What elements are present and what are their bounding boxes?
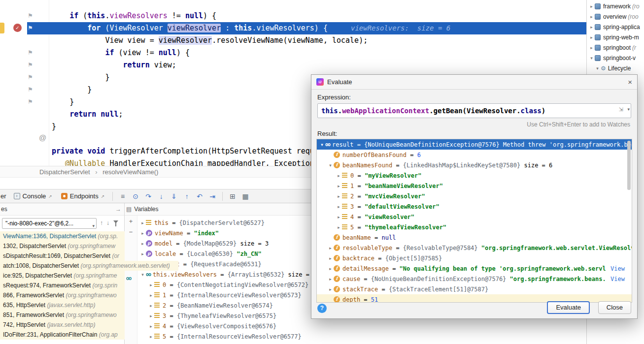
step-out-icon[interactable]: ↑ xyxy=(180,192,193,200)
tab-debugger-cut[interactable]: er xyxy=(0,192,6,200)
expand-chevron-icon[interactable]: ▸ xyxy=(148,313,154,318)
execution-bookmark-icon[interactable]: ⚑ xyxy=(28,24,33,32)
tab-endpoints[interactable]: Endpoints ↗ xyxy=(57,189,109,203)
stack-frame[interactable]: 635, HttpServlet (javax.servlet.http) xyxy=(0,300,125,310)
expand-chevron-icon[interactable]: ▸ xyxy=(327,277,334,281)
execution-line[interactable]: for (ViewResolver viewResolver : this.vi… xyxy=(27,22,586,34)
chevron-down-icon[interactable]: ▾ xyxy=(627,107,630,112)
code-line[interactable]: if (view != null) { xyxy=(0,47,586,59)
expand-chevron-icon[interactable]: ▾ xyxy=(327,163,334,168)
bookmark-flag-icon[interactable]: ⚑ xyxy=(28,86,33,94)
dialog-titlebar[interactable]: IJ Evaluate × xyxy=(311,75,637,90)
evaluate-button[interactable]: Evaluate xyxy=(547,301,590,314)
stack-frame[interactable]: sRequest:974, FrameworkServlet (org.spri… xyxy=(0,281,125,290)
expand-chevron-icon[interactable]: ▸ xyxy=(336,194,342,199)
maven-item[interactable]: ▾⚙Lifecycle xyxy=(587,63,644,73)
stack-frame[interactable]: ice:925, DispatcherServlet (org.springfr… xyxy=(0,271,125,281)
expand-chevron-icon[interactable]: ▸ xyxy=(148,324,154,329)
tab-console[interactable]: › Console ↗ xyxy=(9,189,57,203)
expand-chevron-icon[interactable]: ▸ xyxy=(336,215,342,219)
result-tree-row[interactable]: ▸fstackTrace = {StackTraceElement[51]@75… xyxy=(317,284,632,294)
show-execution-point-icon[interactable]: ⊙ xyxy=(129,192,142,200)
drop-frame-icon[interactable]: ↶ xyxy=(193,192,206,200)
expand-chevron-icon[interactable]: ▾ xyxy=(594,66,601,71)
add-watch-button[interactable]: + xyxy=(125,218,137,225)
result-tree-row[interactable]: ▸2 = "mvcViewResolver" xyxy=(317,191,632,201)
bookmark-flag-icon[interactable]: ⚑ xyxy=(28,98,33,106)
expand-chevron-icon[interactable]: ▸ xyxy=(148,282,154,287)
maven-item[interactable]: ▸springboot(r xyxy=(587,42,644,53)
expand-chevron-icon[interactable]: ▸ xyxy=(327,246,334,250)
bookmark-flag-icon[interactable]: ⚑ xyxy=(28,12,33,20)
maven-item[interactable]: ▸overview(roo xyxy=(587,11,644,22)
expand-chevron-icon[interactable]: ▸ xyxy=(148,303,154,308)
step-into-icon[interactable]: ↓ xyxy=(155,192,168,200)
stack-frame[interactable]: atch:1008, DispatcherServlet (org.spring… xyxy=(0,261,178,271)
expand-chevron-icon[interactable]: ▸ xyxy=(336,204,342,209)
expand-chevron-icon[interactable]: ▸ xyxy=(336,225,342,230)
variable-row[interactable]: ▸4 = {ViewResolverComposite@6576} xyxy=(137,321,586,331)
expand-chevron-icon[interactable]: ▸ xyxy=(588,14,595,19)
expand-chevron-icon[interactable]: ▸ xyxy=(148,334,154,339)
expand-chevron-icon[interactable]: ▸ xyxy=(588,4,595,9)
expand-editor-icon[interactable]: ⇲ xyxy=(619,106,623,113)
expand-chevron-icon[interactable]: ▸ xyxy=(139,220,146,225)
maven-item[interactable]: ▸framework(ro xyxy=(587,1,644,11)
close-icon[interactable]: × xyxy=(628,78,632,86)
scrollbar[interactable] xyxy=(627,141,631,190)
help-icon[interactable]: ? xyxy=(317,304,327,313)
result-tree-row[interactable]: ▸fbacktrace = {Object[5]@7585} xyxy=(317,253,632,263)
maven-item[interactable]: ▸spring-web-m xyxy=(587,32,644,42)
expand-chevron-icon[interactable]: ▸ xyxy=(336,184,342,188)
expand-chevron-icon[interactable]: ▸ xyxy=(588,35,595,40)
result-tree-row[interactable]: ▸fresolvableType = {ResolvableType@7584}… xyxy=(317,243,632,253)
view-link[interactable]: View xyxy=(606,276,632,282)
bookmark-flag-icon[interactable]: ⚑ xyxy=(28,73,33,81)
bookmark-flag-icon[interactable]: ⚑ xyxy=(28,49,33,57)
run-to-cursor-icon[interactable]: ⇥ xyxy=(206,192,219,200)
step-over-icon[interactable]: ↷ xyxy=(142,192,155,200)
maven-item[interactable]: ▸spring-applica xyxy=(587,22,644,32)
stack-frame[interactable]: sDispatchResult:1069, DispatcherServlet … xyxy=(0,251,125,261)
result-tree-row[interactable]: ▸fdetailMessage = "No qualifying bean of… xyxy=(317,263,632,274)
code-line[interactable]: return view; xyxy=(0,59,586,71)
bookmark-flag-icon[interactable]: ⚑ xyxy=(28,61,33,69)
result-tree-row[interactable]: ▸4 = "viewResolver" xyxy=(317,212,632,222)
next-frame-icon[interactable]: ↓ xyxy=(106,219,109,226)
breadcrumb-item-class[interactable]: DispatcherServlet xyxy=(39,168,90,176)
remove-watch-button[interactable]: − xyxy=(125,228,137,236)
expand-chevron-icon[interactable]: ▸ xyxy=(327,287,334,292)
expand-chevron-icon[interactable]: ▾ xyxy=(588,56,595,61)
expand-chevron-icon[interactable]: ▾ xyxy=(319,142,325,147)
expand-chevron-icon[interactable]: ▾ xyxy=(139,272,146,277)
expand-chevron-icon[interactable]: ▸ xyxy=(336,173,342,178)
hide-panel-icon[interactable]: → xyxy=(115,206,121,213)
breadcrumb-item-method[interactable]: resolveViewName() xyxy=(102,168,158,176)
stack-frame[interactable]: 866, FrameworkServlet (org.springframewo xyxy=(0,290,125,300)
result-tree-row[interactable]: ▾fbeanNamesFound = {LinkedHashMap$Linked… xyxy=(317,160,632,170)
stack-frame[interactable]: IDoFilter:231, ApplicationFilterChain (o… xyxy=(0,330,125,340)
view-as-table-icon[interactable]: ⊞ xyxy=(226,192,239,200)
result-tree-row[interactable]: fnumberOfBeansFound = 6 xyxy=(317,150,632,160)
layout-settings-icon[interactable]: ▦ xyxy=(239,192,252,200)
result-tree-row[interactable]: ▸fcause = {NoUniqueBeanDefinitionExcepti… xyxy=(317,274,632,284)
previous-frame-icon[interactable]: ↑ xyxy=(100,219,103,226)
force-step-into-icon[interactable]: ⇓ xyxy=(168,192,180,200)
code-line[interactable]: View view = viewResolver.resolveViewName… xyxy=(0,34,586,47)
view-options-icon[interactable]: ≡ xyxy=(116,192,129,200)
expand-chevron-icon[interactable]: ▸ xyxy=(139,231,146,236)
maven-item[interactable]: ▾springboot-v xyxy=(587,53,644,63)
stack-frame[interactable]: 742, HttpServlet (javax.servlet.http) xyxy=(0,320,125,330)
stack-frame[interactable]: ViewName:1366, DispatcherServlet (org.sp… xyxy=(0,231,125,241)
result-tree-row[interactable]: fbeanName = null xyxy=(317,232,632,243)
close-button[interactable]: Close xyxy=(598,301,631,314)
breakpoint-icon[interactable]: ✓ xyxy=(13,24,22,32)
stack-frame[interactable]: 1302, DispatcherServlet (org.springframe… xyxy=(0,241,125,251)
expression-input[interactable]: this.webApplicationContext.getBean(ViewR… xyxy=(317,103,631,118)
result-tree-row[interactable]: ▸5 = "thymeleafViewResolver" xyxy=(317,222,632,232)
expand-chevron-icon[interactable]: ▸ xyxy=(588,25,595,30)
code-line[interactable]: if (this.viewResolvers != null) { xyxy=(0,10,586,22)
result-tree-row[interactable]: ▸0 = "myViewResolver" xyxy=(317,170,632,181)
expand-chevron-icon[interactable]: ▸ xyxy=(588,45,595,50)
result-tree-row[interactable]: ▸1 = "beanNameViewResolver" xyxy=(317,181,632,191)
